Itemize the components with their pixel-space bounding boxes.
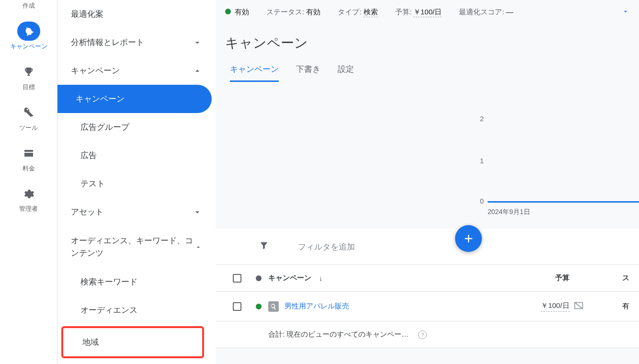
rail-campaign[interactable]: キャンペーン [0, 16, 57, 57]
secondary-nav: 最適化案 分析情報とレポート キャンペーン キャンペーン 広告グループ 広告 テ… [57, 0, 216, 364]
chevron-up-icon [193, 66, 202, 76]
chevron-up-icon [194, 242, 202, 252]
rail-goal[interactable]: 目標 [0, 57, 57, 97]
nav-location[interactable]: 地域 [63, 328, 202, 356]
rail-create[interactable]: 作成 [0, 0, 57, 16]
nav-optimization[interactable]: 最適化案 [57, 0, 216, 28]
status-dot-icon [256, 275, 262, 281]
status-field: ステータス: 有効 [266, 8, 320, 17]
total-label: 合計: 現在のビューのすべてのキャンペー… [268, 330, 409, 339]
select-all-checkbox[interactable] [233, 274, 241, 283]
budget-field[interactable]: 予算: ￥100/日 [395, 8, 442, 17]
chart-ytick: 2 [480, 115, 489, 123]
type-field: タイプ: 検索 [338, 8, 377, 17]
nav-adgroup[interactable]: 広告グループ [57, 113, 216, 141]
nav-ads[interactable]: 広告 [57, 141, 216, 170]
rail-tools[interactable]: ツール [0, 97, 57, 138]
nav-campaign[interactable]: キャンペーン [57, 85, 212, 113]
budget-value[interactable]: ￥100/日 [541, 301, 569, 312]
status-active-icon [256, 304, 262, 309]
nav-search-keywords[interactable]: 検索キーワード [57, 268, 216, 296]
megaphone-icon [17, 22, 40, 41]
nav-audience[interactable]: オーディエンス [57, 296, 216, 324]
chart-area: 2 1 0 2024年9月1日 [216, 90, 639, 200]
nav-insights[interactable]: 分析情報とレポート [57, 28, 216, 57]
filter-placeholder: フィルタを追加 [298, 241, 355, 252]
col-budget-header[interactable]: 予算 [514, 273, 610, 283]
chevron-down-icon[interactable] [622, 8, 629, 17]
tab-settings[interactable]: 設定 [338, 64, 354, 82]
table-row: 男性用アパレル販売 ￥100/日 有 [216, 292, 639, 321]
campaign-link[interactable]: 男性用アパレル販売 [285, 302, 349, 311]
rail-billing[interactable]: 料金 [0, 138, 57, 179]
table-header: キャンペーン ↓ 予算 ス [216, 265, 639, 292]
filter-bar[interactable]: フィルタを追加 [216, 229, 639, 265]
chart-baseline [488, 201, 639, 203]
chevron-down-icon [193, 207, 202, 217]
trophy-icon [17, 62, 40, 81]
main-content: 有効 ステータス: 有効 タイプ: 検索 予算: ￥100/日 最適化スコア: … [216, 0, 639, 364]
status-bar: 有効 ステータス: 有効 タイプ: 検索 予算: ￥100/日 最適化スコア: … [216, 0, 639, 21]
col-status-header[interactable]: ス [610, 273, 629, 283]
chart-xlabel: 2024年9月1日 [488, 208, 530, 216]
campaign-table: フィルタを追加 キャンペーン ↓ 予算 ス 男性用ア [216, 229, 639, 348]
page-title: キャンペーン [216, 21, 639, 64]
nav-test[interactable]: テスト [57, 170, 216, 198]
info-icon[interactable]: ? [418, 330, 427, 339]
left-rail: 作成 キャンペーン 目標 ツール 料金 [0, 0, 57, 364]
status-dot-icon [225, 9, 231, 14]
row-status: 有 [610, 302, 629, 311]
chevron-down-icon [193, 38, 202, 47]
chart-disabled-icon [573, 300, 584, 312]
rail-admin[interactable]: 管理者 [0, 178, 57, 219]
tools-icon [17, 103, 40, 122]
tab-draft[interactable]: 下書き [296, 64, 320, 82]
nav-location-highlight: 地域 [61, 326, 204, 358]
chart-ytick: 1 [480, 157, 489, 165]
row-checkbox[interactable] [233, 302, 241, 311]
tab-campaign[interactable]: キャンペーン [230, 64, 279, 82]
card-icon [17, 144, 40, 163]
optscore-field: 最適化スコア: — [459, 8, 513, 17]
nav-asset[interactable]: アセット [57, 198, 216, 226]
tabs: キャンペーン 下書き 設定 [216, 64, 639, 90]
plus-icon: + [464, 230, 473, 248]
table-total-row: 合計: 現在のビューのすべてのキャンペー… ? [216, 321, 639, 348]
status-enabled: 有効 [225, 8, 249, 17]
arrow-down-icon: ↓ [319, 274, 323, 282]
filter-icon [259, 240, 269, 253]
nav-campaign-group[interactable]: キャンペーン [57, 57, 216, 85]
add-button[interactable]: + [455, 225, 482, 252]
col-campaign-header[interactable]: キャンペーン ↓ [268, 273, 514, 283]
gear-icon [17, 184, 40, 203]
nav-audience-group[interactable]: オーディエンス、キーワード、コンテンツ [57, 226, 216, 268]
search-type-icon [268, 301, 279, 312]
